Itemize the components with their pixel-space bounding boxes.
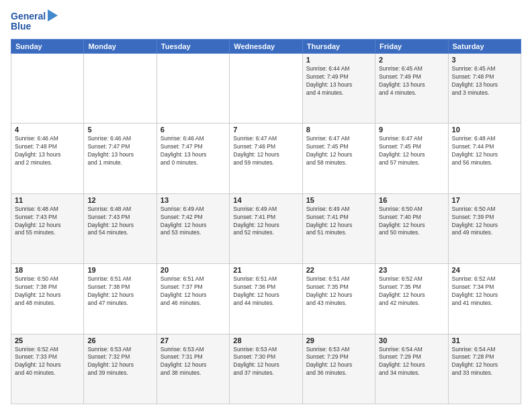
day-number: 10: [452, 126, 517, 134]
day-info: Sunrise: 6:53 AM Sunset: 7:31 PM Dayligh…: [161, 346, 226, 378]
day-number: 22: [306, 266, 371, 274]
day-number: 16: [379, 196, 444, 204]
calendar-cell: 28Sunrise: 6:53 AM Sunset: 7:30 PM Dayli…: [230, 334, 302, 404]
day-info: Sunrise: 6:49 AM Sunset: 7:42 PM Dayligh…: [161, 205, 226, 238]
day-number: 19: [87, 266, 152, 274]
calendar-cell: 26Sunrise: 6:53 AM Sunset: 7:32 PM Dayli…: [84, 334, 157, 404]
day-info: Sunrise: 6:50 AM Sunset: 7:39 PM Dayligh…: [452, 205, 517, 238]
day-info: Sunrise: 6:49 AM Sunset: 7:41 PM Dayligh…: [233, 205, 298, 238]
day-info: Sunrise: 6:52 AM Sunset: 7:35 PM Dayligh…: [379, 275, 444, 308]
day-info: Sunrise: 6:47 AM Sunset: 7:46 PM Dayligh…: [233, 135, 298, 167]
day-info: Sunrise: 6:49 AM Sunset: 7:41 PM Dayligh…: [306, 205, 371, 238]
day-header-friday: Friday: [375, 40, 448, 54]
day-info: Sunrise: 6:50 AM Sunset: 7:40 PM Dayligh…: [379, 205, 444, 238]
day-info: Sunrise: 6:45 AM Sunset: 7:48 PM Dayligh…: [452, 65, 517, 97]
day-number: 7: [233, 126, 298, 134]
day-info: Sunrise: 6:51 AM Sunset: 7:37 PM Dayligh…: [161, 275, 226, 308]
calendar-cell: 8Sunrise: 6:47 AM Sunset: 7:45 PM Daylig…: [302, 124, 375, 193]
calendar-cell: 15Sunrise: 6:49 AM Sunset: 7:41 PM Dayli…: [302, 193, 375, 263]
calendar-cell: 18Sunrise: 6:50 AM Sunset: 7:38 PM Dayli…: [11, 264, 84, 334]
calendar-cell: 1Sunrise: 6:44 AM Sunset: 7:49 PM Daylig…: [302, 54, 375, 124]
day-info: Sunrise: 6:52 AM Sunset: 7:34 PM Dayligh…: [452, 275, 517, 308]
day-info: Sunrise: 6:51 AM Sunset: 7:36 PM Dayligh…: [233, 275, 298, 308]
calendar-cell: 24Sunrise: 6:52 AM Sunset: 7:34 PM Dayli…: [448, 264, 521, 334]
calendar-cell: 7Sunrise: 6:47 AM Sunset: 7:46 PM Daylig…: [230, 124, 302, 193]
calendar-cell: 21Sunrise: 6:51 AM Sunset: 7:36 PM Dayli…: [230, 264, 302, 334]
day-number: 13: [161, 196, 226, 204]
day-info: Sunrise: 6:53 AM Sunset: 7:32 PM Dayligh…: [87, 346, 152, 378]
day-info: Sunrise: 6:51 AM Sunset: 7:35 PM Dayligh…: [306, 275, 371, 308]
header-row: SundayMondayTuesdayWednesdayThursdayFrid…: [11, 40, 521, 54]
calendar-cell: 29Sunrise: 6:53 AM Sunset: 7:29 PM Dayli…: [302, 334, 375, 404]
calendar-cell: 12Sunrise: 6:48 AM Sunset: 7:43 PM Dayli…: [84, 193, 157, 263]
calendar-cell: [11, 54, 84, 124]
day-number: 29: [306, 336, 371, 345]
calendar-cell: 13Sunrise: 6:49 AM Sunset: 7:42 PM Dayli…: [157, 193, 229, 263]
day-number: 1: [306, 56, 371, 64]
calendar-cell: [230, 54, 302, 124]
day-number: 11: [15, 196, 80, 204]
day-info: Sunrise: 6:48 AM Sunset: 7:43 PM Dayligh…: [87, 205, 152, 238]
day-number: 17: [452, 196, 517, 204]
calendar-cell: 17Sunrise: 6:50 AM Sunset: 7:39 PM Dayli…: [448, 193, 521, 263]
day-number: 8: [306, 126, 371, 134]
calendar-cell: 2Sunrise: 6:45 AM Sunset: 7:49 PM Daylig…: [375, 54, 448, 124]
day-number: 3: [452, 56, 517, 64]
day-number: 6: [161, 126, 226, 134]
day-number: 30: [379, 336, 444, 345]
calendar-cell: 5Sunrise: 6:46 AM Sunset: 7:47 PM Daylig…: [84, 124, 157, 193]
day-number: 26: [87, 336, 152, 345]
day-number: 27: [161, 336, 226, 345]
calendar-cell: 14Sunrise: 6:49 AM Sunset: 7:41 PM Dayli…: [230, 193, 302, 263]
logo: GeneralBlue: [11, 8, 58, 34]
day-number: 2: [379, 56, 444, 64]
week-row-2: 4Sunrise: 6:46 AM Sunset: 7:48 PM Daylig…: [11, 124, 521, 193]
day-info: Sunrise: 6:48 AM Sunset: 7:44 PM Dayligh…: [452, 135, 517, 167]
day-number: 20: [161, 266, 226, 274]
calendar-cell: 10Sunrise: 6:48 AM Sunset: 7:44 PM Dayli…: [448, 124, 521, 193]
day-header-thursday: Thursday: [302, 40, 375, 54]
day-number: 9: [379, 126, 444, 134]
day-info: Sunrise: 6:53 AM Sunset: 7:30 PM Dayligh…: [233, 346, 298, 378]
calendar-cell: 11Sunrise: 6:48 AM Sunset: 7:43 PM Dayli…: [11, 193, 84, 263]
day-info: Sunrise: 6:50 AM Sunset: 7:38 PM Dayligh…: [15, 275, 80, 308]
day-info: Sunrise: 6:47 AM Sunset: 7:45 PM Dayligh…: [306, 135, 371, 167]
calendar-table: SundayMondayTuesdayWednesdayThursdayFrid…: [11, 39, 521, 404]
logo-svg: GeneralBlue: [11, 8, 58, 34]
day-header-wednesday: Wednesday: [230, 40, 302, 54]
day-number: 12: [87, 196, 152, 204]
day-header-tuesday: Tuesday: [157, 40, 229, 54]
day-info: Sunrise: 6:48 AM Sunset: 7:43 PM Dayligh…: [15, 205, 80, 238]
day-header-saturday: Saturday: [448, 40, 521, 54]
calendar-cell: 27Sunrise: 6:53 AM Sunset: 7:31 PM Dayli…: [157, 334, 229, 404]
week-row-1: 1Sunrise: 6:44 AM Sunset: 7:49 PM Daylig…: [11, 54, 521, 124]
day-info: Sunrise: 6:46 AM Sunset: 7:47 PM Dayligh…: [161, 135, 226, 167]
calendar-cell: 16Sunrise: 6:50 AM Sunset: 7:40 PM Dayli…: [375, 193, 448, 263]
day-info: Sunrise: 6:47 AM Sunset: 7:45 PM Dayligh…: [379, 135, 444, 167]
day-number: 31: [452, 336, 517, 345]
calendar-cell: 22Sunrise: 6:51 AM Sunset: 7:35 PM Dayli…: [302, 264, 375, 334]
day-info: Sunrise: 6:53 AM Sunset: 7:29 PM Dayligh…: [306, 346, 371, 378]
svg-marker-1: [48, 9, 58, 21]
day-number: 5: [87, 126, 152, 134]
calendar-cell: 19Sunrise: 6:51 AM Sunset: 7:38 PM Dayli…: [84, 264, 157, 334]
day-info: Sunrise: 6:52 AM Sunset: 7:33 PM Dayligh…: [15, 346, 80, 378]
day-info: Sunrise: 6:46 AM Sunset: 7:48 PM Dayligh…: [15, 135, 80, 167]
calendar-cell: [157, 54, 229, 124]
day-number: 15: [306, 196, 371, 204]
day-number: 23: [379, 266, 444, 274]
header: GeneralBlue: [11, 8, 521, 34]
day-number: 24: [452, 266, 517, 274]
calendar-cell: 23Sunrise: 6:52 AM Sunset: 7:35 PM Dayli…: [375, 264, 448, 334]
calendar-cell: 6Sunrise: 6:46 AM Sunset: 7:47 PM Daylig…: [157, 124, 229, 193]
svg-text:General: General: [11, 11, 46, 21]
calendar-cell: 4Sunrise: 6:46 AM Sunset: 7:48 PM Daylig…: [11, 124, 84, 193]
day-number: 14: [233, 196, 298, 204]
day-info: Sunrise: 6:54 AM Sunset: 7:28 PM Dayligh…: [452, 346, 517, 378]
day-info: Sunrise: 6:44 AM Sunset: 7:49 PM Dayligh…: [306, 65, 371, 97]
day-info: Sunrise: 6:51 AM Sunset: 7:38 PM Dayligh…: [87, 275, 152, 308]
svg-text:Blue: Blue: [11, 21, 32, 32]
week-row-5: 25Sunrise: 6:52 AM Sunset: 7:33 PM Dayli…: [11, 334, 521, 404]
calendar-cell: 20Sunrise: 6:51 AM Sunset: 7:37 PM Dayli…: [157, 264, 229, 334]
day-info: Sunrise: 6:46 AM Sunset: 7:47 PM Dayligh…: [87, 135, 152, 167]
